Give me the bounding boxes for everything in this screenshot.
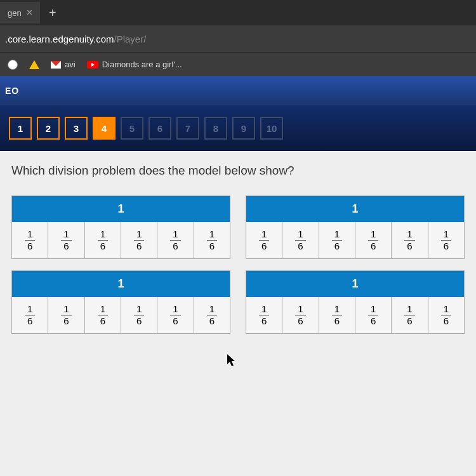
close-icon[interactable]: × bbox=[27, 7, 32, 18]
fraction-cell: 16 bbox=[12, 222, 48, 258]
fraction-models: 1161616161616116161616161611616161616161… bbox=[11, 195, 465, 334]
bookmark-gmail[interactable]: avi bbox=[51, 60, 76, 69]
fraction-cell: 16 bbox=[85, 297, 121, 333]
tab-strip: gen × + bbox=[0, 0, 476, 25]
nav-question-10: 10 bbox=[260, 117, 283, 140]
app-header-label: EO bbox=[5, 86, 19, 96]
tab-label: gen bbox=[8, 8, 22, 18]
new-tab-button[interactable]: + bbox=[40, 6, 65, 20]
bookmark-item[interactable] bbox=[8, 60, 18, 70]
url-path: /Player/ bbox=[114, 34, 146, 44]
model-cells: 161616161616 bbox=[12, 222, 230, 258]
nav-question-2[interactable]: 2 bbox=[37, 117, 60, 140]
fraction-model: 1161616161616 bbox=[11, 270, 230, 334]
url-bar[interactable]: .core.learn.edgenuity.com/Player/ bbox=[0, 25, 476, 52]
fraction-cell: 16 bbox=[121, 297, 157, 333]
fraction-cell: 16 bbox=[85, 222, 121, 258]
fraction-cell: 16 bbox=[282, 222, 319, 258]
fraction-cell: 16 bbox=[428, 222, 464, 258]
fraction-cell: 16 bbox=[157, 297, 194, 333]
url-text: .core.learn.edgenuity.com/Player/ bbox=[5, 34, 146, 44]
fraction-cell: 16 bbox=[282, 297, 319, 333]
bookmark-youtube[interactable]: Diamonds are a girl'... bbox=[87, 60, 182, 69]
fraction-cell: 16 bbox=[194, 297, 230, 333]
nav-question-5: 5 bbox=[121, 117, 143, 140]
fraction-cell: 16 bbox=[157, 222, 194, 258]
fraction-cell: 16 bbox=[319, 297, 355, 333]
fraction-cell: 16 bbox=[48, 297, 84, 333]
browser-tab[interactable]: gen × bbox=[0, 2, 40, 23]
fraction-cell: 16 bbox=[246, 297, 282, 333]
fraction-cell: 16 bbox=[355, 222, 392, 258]
globe-icon bbox=[8, 60, 18, 70]
fraction-model: 1161616161616 bbox=[246, 195, 465, 259]
bookmark-label: avi bbox=[65, 60, 76, 69]
model-whole-label: 1 bbox=[12, 271, 230, 297]
fraction-cell: 16 bbox=[319, 222, 355, 258]
model-whole-label: 1 bbox=[246, 271, 464, 297]
content-area: Which division problem does the model be… bbox=[0, 151, 476, 476]
fraction-cell: 16 bbox=[194, 222, 230, 258]
nav-question-4[interactable]: 4 bbox=[93, 117, 116, 140]
fraction-cell: 16 bbox=[392, 297, 428, 333]
nav-question-7: 7 bbox=[176, 117, 199, 140]
gmail-icon bbox=[51, 61, 61, 69]
model-whole-label: 1 bbox=[246, 196, 464, 222]
fraction-cell: 16 bbox=[48, 222, 84, 258]
fraction-cell: 16 bbox=[121, 222, 157, 258]
bookmark-label: Diamonds are a girl'... bbox=[102, 60, 182, 69]
drive-icon bbox=[29, 60, 39, 69]
fraction-cell: 16 bbox=[246, 222, 282, 258]
fraction-model: 1161616161616 bbox=[246, 270, 465, 334]
fraction-cell: 16 bbox=[355, 297, 392, 333]
model-cells: 161616161616 bbox=[12, 297, 230, 333]
url-domain: .core.learn.edgenuity.com bbox=[5, 34, 114, 44]
nav-question-3[interactable]: 3 bbox=[65, 117, 88, 140]
fraction-cell: 16 bbox=[392, 222, 428, 258]
youtube-icon bbox=[87, 61, 98, 69]
model-cells: 161616161616 bbox=[246, 222, 464, 258]
fraction-cell: 16 bbox=[12, 297, 48, 333]
model-whole-label: 1 bbox=[12, 196, 230, 222]
nav-question-8: 8 bbox=[204, 117, 227, 140]
bookmarks-bar: avi Diamonds are a girl'... bbox=[0, 52, 476, 76]
nav-question-1[interactable]: 1 bbox=[9, 117, 32, 140]
nav-question-6: 6 bbox=[149, 117, 171, 140]
fraction-model: 1161616161616 bbox=[11, 195, 230, 259]
fraction-cell: 16 bbox=[428, 297, 464, 333]
question-nav: 12345678910 bbox=[0, 105, 476, 151]
nav-question-9: 9 bbox=[232, 117, 255, 140]
model-cells: 161616161616 bbox=[246, 297, 464, 333]
bookmark-drive[interactable] bbox=[29, 60, 39, 69]
app-header: EO bbox=[0, 76, 476, 105]
question-text: Which division problem does the model be… bbox=[11, 164, 465, 178]
